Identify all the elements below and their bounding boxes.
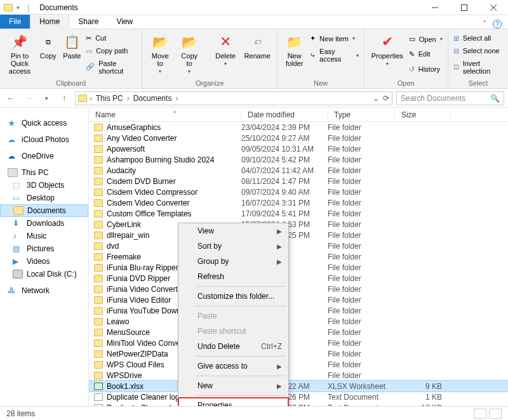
ctx-group-by[interactable]: Group by▶: [178, 254, 288, 269]
file-row[interactable]: CyberLink15/07/2024 4:53 PMFile folder: [89, 219, 508, 230]
chevron-right-icon[interactable]: ›: [127, 94, 130, 103]
tab-file[interactable]: File: [0, 15, 30, 29]
file-row[interactable]: Cisdem DVD Burner08/11/2024 1:47 PMFile …: [89, 176, 508, 187]
file-row[interactable]: WPSDriveFile folder: [89, 370, 508, 381]
ctx-refresh[interactable]: Refresh: [178, 269, 288, 284]
copy-to-button[interactable]: 📂 Copy to▾: [175, 32, 203, 77]
nav-recent-button[interactable]: ▾: [39, 91, 53, 105]
window-maximize-button[interactable]: [450, 0, 479, 15]
address-box[interactable]: › This PC › Documents › ⌄ ⟳: [75, 91, 392, 105]
file-row[interactable]: Apowersoft09/05/2024 10:31 AMFile folder: [89, 143, 508, 154]
ctx-view[interactable]: View▶: [178, 223, 288, 239]
file-row[interactable]: Book1.xlsx13/09/2024 9:22 AMXLSX Workshe…: [89, 381, 508, 391]
column-type[interactable]: Type: [328, 110, 395, 119]
nav-onedrive[interactable]: ☁OneDrive: [0, 150, 88, 162]
file-row[interactable]: iFunia Blu-ray RipperFile folder: [89, 262, 508, 273]
chevron-right-icon[interactable]: ›: [90, 94, 92, 103]
properties-button[interactable]: ✔ Properties▾: [368, 32, 406, 77]
column-name[interactable]: Name˄: [89, 110, 241, 119]
file-row[interactable]: iFunia Video ConverterFile folder: [89, 284, 508, 294]
edit-button[interactable]: ✎Edit: [408, 49, 444, 60]
nav-downloads[interactable]: ⬇Downloads: [0, 217, 88, 230]
ctx-paste-shortcut[interactable]: Paste shortcut: [178, 324, 288, 339]
tab-view[interactable]: View: [107, 15, 142, 29]
select-all-button[interactable]: ⊞Select all: [452, 33, 504, 44]
file-row[interactable]: dllrepair_win28/04/2024 3:25 PMFile fold…: [89, 230, 508, 240]
cut-button[interactable]: ✂Cut: [84, 33, 138, 44]
paste-button[interactable]: 📋 Paste: [61, 32, 84, 77]
file-row[interactable]: Any Video Converter25/10/2024 9:27 AMFil…: [89, 133, 508, 143]
file-row[interactable]: iFunia DVD RipperAMFile folder: [89, 273, 508, 284]
copy-path-button[interactable]: ▭Copy path: [84, 46, 138, 56]
file-row[interactable]: iFunia Video EditorFile folder: [89, 294, 508, 305]
search-input[interactable]: Search Documents 🔍: [396, 91, 504, 105]
view-details-button[interactable]: [474, 409, 486, 419]
tab-share[interactable]: Share: [69, 15, 107, 29]
tab-home[interactable]: Home: [30, 14, 69, 29]
nav-icloud[interactable]: ☁iCloud Photos: [0, 133, 88, 146]
nav-desktop[interactable]: ▭Desktop: [0, 192, 88, 204]
file-row[interactable]: AmuseGraphics23/04/2024 2:39 PMFile fold…: [89, 122, 508, 133]
nav-documents[interactable]: Documents: [0, 204, 88, 217]
nav-back-button[interactable]: ←: [4, 91, 18, 105]
rename-button[interactable]: 🏷 Rename: [241, 32, 273, 77]
help-icon[interactable]: ?: [493, 20, 502, 29]
file-row[interactable]: Cisdem Video Compressor09/07/2024 9:40 A…: [89, 187, 508, 197]
nav-videos[interactable]: ▶Videos: [0, 255, 88, 268]
nav-pictures[interactable]: ▤Pictures: [0, 242, 88, 255]
history-button[interactable]: ↺History: [408, 64, 444, 75]
ctx-customize[interactable]: Customize this folder...: [178, 289, 288, 304]
nav-music[interactable]: ♪Music: [0, 230, 88, 242]
address-dropdown-icon[interactable]: ⌄: [373, 94, 379, 103]
copy-button[interactable]: ⧉ Copy: [37, 32, 60, 77]
file-row[interactable]: LeawoFile folder: [89, 316, 508, 327]
chevron-right-icon[interactable]: ›: [175, 94, 178, 103]
file-row[interactable]: MiniTool Video ConvertFile folder: [89, 338, 508, 348]
file-row[interactable]: Duplicate Cleaner log file.txt25/09/2024…: [89, 391, 508, 402]
window-close-button[interactable]: [479, 0, 508, 15]
column-size[interactable]: Size: [395, 110, 451, 119]
column-date[interactable]: Date modified: [241, 110, 328, 119]
qat-expand-icon[interactable]: ▾: [17, 4, 20, 11]
ctx-undo-delete[interactable]: Undo DeleteCtrl+Z: [178, 339, 288, 354]
window-minimize-button[interactable]: [420, 0, 450, 15]
file-row[interactable]: Ashampoo Burning Studio 202409/10/2024 5…: [89, 154, 508, 165]
file-row[interactable]: FreemakeFile folder: [89, 251, 508, 262]
ctx-paste[interactable]: Paste: [178, 308, 288, 324]
nav-3d-objects[interactable]: ⬚3D Objects: [0, 179, 88, 192]
delete-button[interactable]: ✕ Delete▾: [211, 32, 240, 77]
select-none-button[interactable]: ⊟Select none: [452, 46, 504, 56]
file-row[interactable]: MenuSourceFile folder: [89, 327, 508, 338]
new-folder-button[interactable]: 📁 New folder: [281, 32, 307, 77]
column-headers[interactable]: Name˄ Date modified Type Size: [89, 108, 508, 122]
ribbon-collapse-icon[interactable]: ˄: [483, 20, 486, 29]
paste-shortcut-button[interactable]: 🔗Paste shortcut: [84, 58, 138, 76]
new-item-button[interactable]: ✦New item ▾: [309, 33, 360, 44]
nav-quick-access[interactable]: ★Quick access: [0, 117, 88, 129]
ctx-give-access[interactable]: Give access to▶: [178, 358, 288, 374]
open-button[interactable]: ▭Open ▾: [408, 34, 444, 44]
view-large-button[interactable]: [489, 409, 502, 419]
nav-this-pc[interactable]: This PC: [0, 166, 88, 179]
file-row[interactable]: Audacity04/07/2024 11:42 AMFile folder: [89, 165, 508, 176]
invert-selection-button[interactable]: ⊡Invert selection: [452, 58, 504, 76]
crumb-pc[interactable]: This PC: [95, 94, 124, 103]
file-row[interactable]: Cisdem Video Converter16/07/2024 3:31 PM…: [89, 197, 508, 208]
nav-forward-button[interactable]: →: [22, 91, 36, 105]
file-row[interactable]: Custom Office Templates17/09/2024 5:41 P…: [89, 208, 508, 219]
nav-up-button[interactable]: ↑: [57, 91, 71, 105]
ctx-sort-by[interactable]: Sort by▶: [178, 239, 288, 254]
nav-network[interactable]: 🖧Network: [0, 284, 88, 297]
file-row[interactable]: dvdFile folder: [89, 240, 508, 251]
pin-quick-access-button[interactable]: 📌 Pin to Quick access: [4, 32, 36, 77]
ctx-properties[interactable]: Properties: [178, 398, 288, 406]
crumb-documents[interactable]: Documents: [132, 94, 173, 103]
ctx-new[interactable]: New▶: [178, 378, 288, 393]
file-row[interactable]: NetPowerZIPDataFile folder: [89, 348, 508, 359]
nav-local-disk[interactable]: Local Disk (C:): [0, 268, 88, 280]
refresh-icon[interactable]: ⟳: [383, 94, 389, 103]
move-to-button[interactable]: 📂 Move to▾: [146, 32, 174, 77]
file-row[interactable]: iFunia YouTube DownloadFile folder: [89, 305, 508, 316]
easy-access-button[interactable]: ⤷Easy access ▾: [309, 46, 360, 64]
file-row[interactable]: WPS Cloud FilesFile folder: [89, 359, 508, 370]
